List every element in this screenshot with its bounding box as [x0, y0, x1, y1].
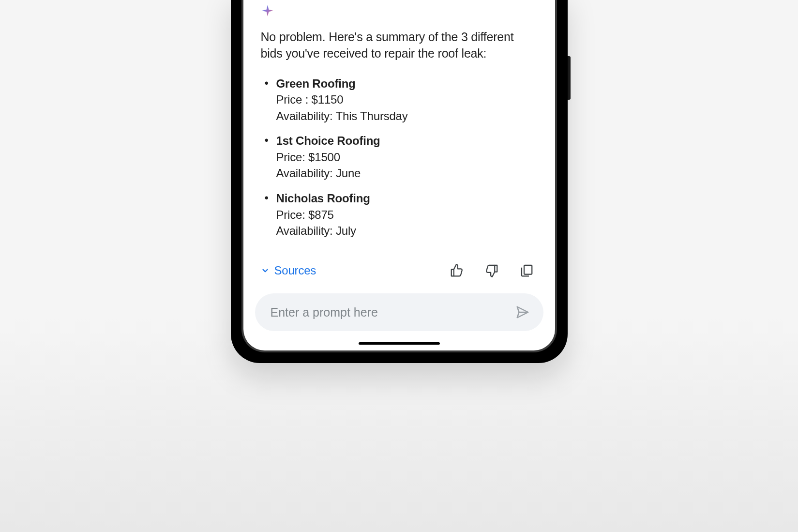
phone-frame: No problem. Here's a summary of the 3 di…	[231, 0, 568, 363]
bid-name: Green Roofing	[276, 76, 538, 92]
prompt-input-bar[interactable]	[255, 293, 543, 331]
response-intro: No problem. Here's a summary of the 3 di…	[261, 29, 538, 62]
response-area: No problem. Here's a summary of the 3 di…	[243, 0, 555, 254]
bid-item: Nicholas Roofing Price: $875 Availabilit…	[261, 190, 538, 239]
sources-label: Sources	[274, 264, 316, 277]
bid-availability: Availability: This Thursday	[276, 108, 538, 124]
thumbs-down-icon[interactable]	[484, 263, 499, 278]
thumbs-up-icon[interactable]	[450, 263, 464, 278]
phone-screen: No problem. Here's a summary of the 3 di…	[243, 0, 555, 350]
bid-price: Price: $875	[276, 207, 538, 223]
bid-name: Nicholas Roofing	[276, 190, 538, 207]
response-footer: Sources	[243, 263, 555, 278]
send-icon[interactable]	[515, 305, 530, 319]
svg-rect-0	[524, 265, 532, 274]
bid-item: 1st Choice Roofing Price: $1500 Availabi…	[261, 133, 538, 182]
sparkle-icon	[261, 4, 274, 17]
sources-toggle[interactable]: Sources	[261, 264, 316, 277]
bid-item: Green Roofing Price : $1150 Availability…	[261, 76, 538, 124]
action-icons	[450, 263, 534, 278]
home-indicator[interactable]	[359, 342, 440, 345]
bid-price: Price : $1150	[276, 91, 538, 108]
copy-icon[interactable]	[519, 263, 534, 278]
bid-availability: Availability: July	[276, 223, 538, 239]
phone-side-button	[568, 56, 571, 100]
bid-price: Price: $1500	[276, 149, 538, 166]
chevron-down-icon	[261, 266, 270, 275]
phone-inner: No problem. Here's a summary of the 3 di…	[241, 0, 557, 352]
bids-list: Green Roofing Price : $1150 Availability…	[261, 76, 538, 239]
bid-name: 1st Choice Roofing	[276, 133, 538, 149]
prompt-input[interactable]	[271, 305, 515, 319]
bid-availability: Availability: June	[276, 165, 538, 182]
